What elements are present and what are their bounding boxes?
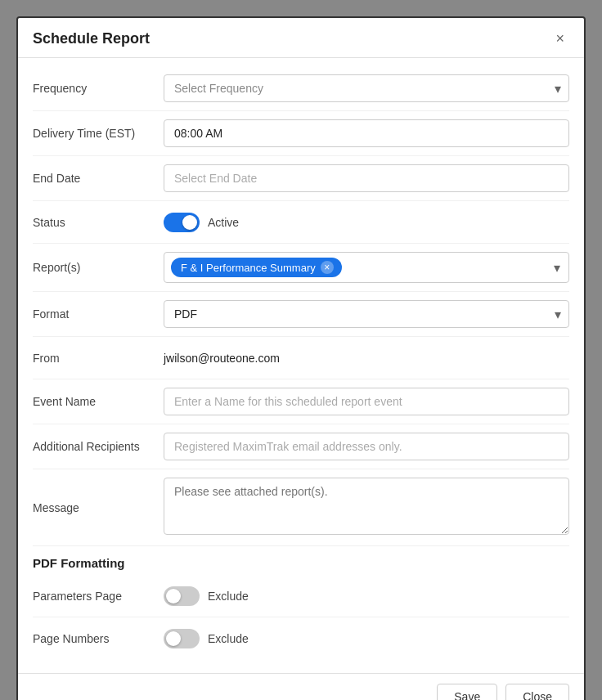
event-name-control — [164, 388, 569, 415]
format-row: Format PDF Excel CSV ▾ — [33, 292, 569, 337]
frequency-label: Frequency — [33, 82, 164, 95]
save-button[interactable]: Save — [437, 684, 497, 700]
reports-control: F & I Performance Summary × ▾ — [164, 252, 569, 283]
page-numbers-control: Exclude — [164, 629, 569, 648]
status-toggle[interactable] — [164, 213, 200, 232]
end-date-control — [164, 164, 569, 192]
pdf-formatting-section: PDF Formatting Parameters Page Exclude — [33, 546, 569, 660]
modal-close-button[interactable]: × — [550, 29, 569, 47]
additional-recipients-label: Additional Recipients — [33, 440, 164, 453]
page-numbers-toggle-label: Exclude — [208, 632, 249, 645]
end-date-input[interactable] — [164, 164, 569, 192]
parameters-page-toggle-label: Exclude — [208, 590, 249, 603]
delivery-time-input[interactable] — [164, 119, 569, 147]
frequency-select-wrapper: Select Frequency Daily Weekly Monthly ▾ — [164, 74, 569, 102]
status-row: Status Active — [33, 201, 569, 244]
from-control: jwilson@routeone.com — [164, 352, 569, 365]
status-toggle-wrap: Active — [164, 213, 569, 232]
format-select[interactable]: PDF Excel CSV — [164, 300, 569, 328]
modal-footer: Save Close — [18, 673, 584, 700]
delivery-time-control — [164, 119, 569, 147]
end-date-row: End Date — [33, 156, 569, 201]
frequency-row: Frequency Select Frequency Daily Weekly … — [33, 66, 569, 111]
event-name-row: Event Name — [33, 379, 569, 424]
frequency-select[interactable]: Select Frequency Daily Weekly Monthly — [164, 74, 569, 102]
parameters-page-row: Parameters Page Exclude — [33, 575, 569, 617]
reports-label: Report(s) — [33, 261, 164, 274]
page-numbers-label: Page Numbers — [33, 632, 164, 645]
page-numbers-toggle-slider — [164, 629, 200, 648]
schedule-report-modal: Schedule Report × Frequency Select Frequ… — [16, 16, 586, 700]
report-tag: F & I Performance Summary × — [171, 258, 342, 277]
parameters-page-toggle-wrap: Exclude — [164, 586, 569, 606]
from-value: jwilson@routeone.com — [164, 352, 280, 365]
status-control: Active — [164, 213, 569, 232]
pdf-formatting-title: PDF Formatting — [33, 546, 569, 575]
modal-header: Schedule Report × — [18, 18, 584, 58]
reports-chevron-icon: ▾ — [554, 260, 560, 276]
status-toggle-slider — [164, 213, 200, 232]
message-row: Message — [33, 469, 569, 546]
from-row: From jwilson@routeone.com — [33, 337, 569, 379]
reports-select-wrap[interactable]: F & I Performance Summary × ▾ — [164, 252, 569, 283]
modal-body: Frequency Select Frequency Daily Weekly … — [18, 58, 584, 673]
modal-title: Schedule Report — [33, 30, 150, 47]
format-label: Format — [33, 307, 164, 321]
message-textarea[interactable] — [164, 478, 569, 535]
delivery-time-label: Delivery Time (EST) — [33, 127, 164, 140]
parameters-page-toggle-slider — [164, 586, 200, 606]
additional-recipients-input[interactable] — [164, 433, 569, 460]
parameters-page-control: Exclude — [164, 586, 569, 606]
delivery-time-row: Delivery Time (EST) — [33, 111, 569, 156]
status-active-label: Active — [208, 216, 239, 229]
parameters-page-toggle[interactable] — [164, 586, 200, 606]
report-tag-label: F & I Performance Summary — [181, 262, 316, 274]
message-label: Message — [33, 501, 164, 514]
additional-recipients-control — [164, 433, 569, 460]
end-date-label: End Date — [33, 172, 164, 185]
event-name-input[interactable] — [164, 388, 569, 415]
additional-recipients-row: Additional Recipients — [33, 424, 569, 469]
parameters-page-label: Parameters Page — [33, 590, 164, 603]
event-name-label: Event Name — [33, 395, 164, 408]
message-control — [164, 478, 569, 537]
page-numbers-row: Page Numbers Exclude — [33, 617, 569, 660]
page-numbers-toggle[interactable] — [164, 629, 200, 648]
close-button[interactable]: Close — [505, 684, 569, 700]
status-label: Status — [33, 216, 164, 229]
format-select-wrapper: PDF Excel CSV ▾ — [164, 300, 569, 328]
report-tag-close-icon[interactable]: × — [321, 261, 334, 274]
reports-row: Report(s) F & I Performance Summary × ▾ — [33, 244, 569, 292]
from-label: From — [33, 352, 164, 365]
page-numbers-toggle-wrap: Exclude — [164, 629, 569, 648]
format-control: PDF Excel CSV ▾ — [164, 300, 569, 328]
frequency-control: Select Frequency Daily Weekly Monthly ▾ — [164, 74, 569, 102]
